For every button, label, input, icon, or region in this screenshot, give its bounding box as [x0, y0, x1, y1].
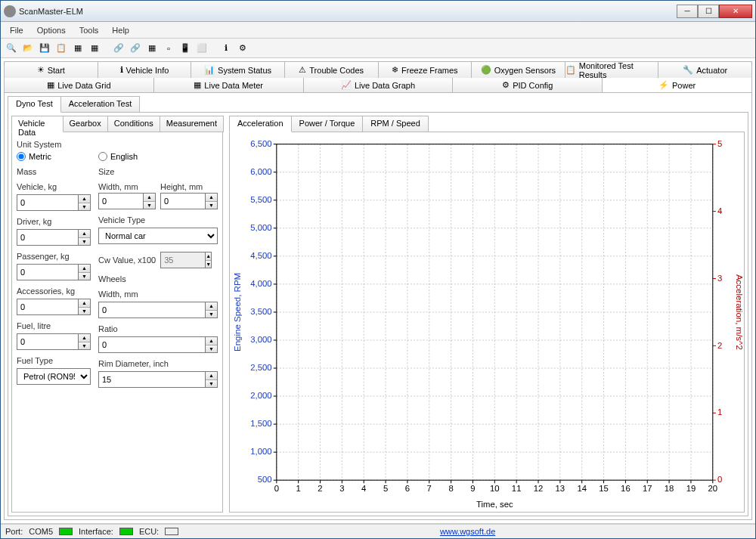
menubar: File Options Tools Help	[1, 22, 755, 39]
innertab-conditions[interactable]: Conditions	[107, 116, 160, 132]
toolbar-btn-11[interactable]: 📱	[178, 41, 193, 56]
fuel-litre-label: Fuel, litre	[17, 321, 91, 330]
vehicle-kg-spin[interactable]: ▲▼	[79, 194, 91, 211]
port-label: Port:	[5, 527, 23, 536]
rim-input[interactable]	[98, 371, 206, 388]
width-mm-label: Width, mm	[98, 182, 156, 191]
menu-tools[interactable]: Tools	[73, 24, 105, 36]
svg-text:4: 4	[361, 484, 367, 493]
tab-pid-config[interactable]: ⚙PID Config	[453, 78, 603, 92]
charttab-rpm-speed[interactable]: RPM / Speed	[362, 116, 428, 132]
rim-spin[interactable]: ▲▼	[206, 371, 218, 388]
metric-label: Metric	[29, 152, 51, 161]
fuel-litre-spin[interactable]: ▲▼	[79, 333, 91, 350]
tab-start[interactable]: ☀Start	[5, 62, 98, 78]
tab-system-status[interactable]: 📊System Status	[191, 62, 285, 78]
svg-text:4,000: 4,000	[250, 279, 271, 288]
status-icon: 📊	[204, 65, 215, 75]
tab-monitored[interactable]: 📋Monitored Test Results	[565, 62, 659, 78]
accessories-kg-spin[interactable]: ▲▼	[79, 299, 91, 315]
maximize-button[interactable]: ☐	[698, 5, 719, 18]
driver-kg-spin[interactable]: ▲▼	[79, 229, 91, 246]
tab-oxygen-sensors[interactable]: 🟢Oxygen Sensors	[472, 62, 565, 78]
height-mm-input[interactable]	[160, 193, 206, 209]
toolbar-btn-2[interactable]: 📂	[20, 41, 36, 56]
driver-kg-input[interactable]	[17, 229, 79, 246]
svg-text:6: 6	[405, 484, 410, 493]
fuel-type-select[interactable]: Petrol (RON95)	[17, 368, 91, 385]
wheel-width-spin[interactable]: ▲▼	[206, 302, 218, 318]
wheel-width-label: Width, mm	[98, 290, 218, 299]
ratio-input[interactable]	[98, 336, 206, 353]
results-icon: 📋	[565, 65, 576, 75]
tab-power[interactable]: ⚡Power	[603, 78, 751, 92]
toolbar-btn-1[interactable]: 🔍	[4, 41, 19, 56]
charttab-acceleration[interactable]: Acceleration	[229, 116, 292, 132]
toolbar-btn-6[interactable]: ▦	[87, 41, 102, 56]
svg-text:12: 12	[534, 484, 544, 493]
cw-value-spin[interactable]: ▲▼	[206, 252, 212, 268]
port-value: COM5	[29, 527, 53, 536]
port-led	[59, 528, 73, 535]
passenger-kg-input[interactable]	[17, 264, 79, 280]
chart-area: 012345678910111213141516171819205001,000…	[229, 132, 745, 513]
svg-text:4,500: 4,500	[250, 251, 271, 260]
toolbar-btn-8[interactable]: 🔗	[128, 41, 143, 56]
width-mm-input[interactable]	[98, 193, 144, 209]
warning-icon: ⚠	[299, 65, 306, 75]
toolbar-btn-10[interactable]: ▫	[161, 41, 176, 56]
menu-file[interactable]: File	[4, 24, 29, 36]
svg-text:14: 14	[577, 484, 587, 493]
passenger-kg-spin[interactable]: ▲▼	[79, 264, 91, 280]
svg-text:1,000: 1,000	[250, 447, 271, 456]
tab-live-grid[interactable]: ▦Live Data Grid	[5, 78, 154, 92]
driver-kg-label: Driver, kg	[17, 217, 91, 226]
wheel-width-input[interactable]	[98, 302, 206, 318]
svg-text:5: 5	[383, 484, 388, 493]
charttab-power-torque[interactable]: Power / Torque	[291, 116, 364, 132]
svg-text:20: 20	[708, 484, 717, 493]
innertab-measurement[interactable]: Measurement	[160, 116, 224, 132]
tab-live-meter[interactable]: ▦Live Data Meter	[154, 78, 304, 92]
svg-text:2: 2	[318, 484, 322, 493]
close-button[interactable]: ✕	[719, 5, 752, 18]
ratio-spin[interactable]: ▲▼	[206, 336, 218, 353]
minimize-button[interactable]: ─	[677, 5, 698, 18]
subtab-accel[interactable]: Acceleration Test	[60, 96, 141, 113]
innertab-gearbox[interactable]: Gearbox	[63, 116, 108, 132]
vehicle-type-select[interactable]: Normal car	[98, 228, 218, 244]
toolbar-btn-12[interactable]: ⬜	[194, 41, 209, 56]
toolbar-btn-4[interactable]: 📋	[54, 41, 69, 56]
toolbar-btn-9[interactable]: ▦	[144, 41, 160, 56]
toolbar-btn-13[interactable]: ℹ	[218, 41, 234, 56]
innertab-vehicle-data[interactable]: Vehicle Data	[11, 116, 64, 132]
menu-help[interactable]: Help	[106, 24, 135, 36]
subtab-dyno[interactable]: Dyno Test	[8, 96, 61, 113]
tab-vehicle-info[interactable]: ℹVehicle Info	[98, 62, 192, 78]
tab-live-graph[interactable]: 📈Live Data Graph	[304, 78, 454, 92]
fuel-litre-input[interactable]	[17, 333, 79, 350]
passenger-kg-label: Passenger, kg	[17, 252, 91, 261]
width-mm-spin[interactable]: ▲▼	[144, 193, 156, 209]
cw-value-input	[160, 252, 206, 268]
tab-freeze-frames[interactable]: ❄Freeze Frames	[379, 62, 472, 78]
unit-system-label: Unit System	[17, 140, 91, 149]
radio-english[interactable]	[98, 152, 107, 161]
toolbar-btn-7[interactable]: 🔗	[111, 41, 126, 56]
toolbar-btn-3[interactable]: 💾	[37, 41, 52, 56]
vehicle-type-label: Vehicle Type	[98, 215, 218, 225]
accessories-kg-input[interactable]	[17, 299, 79, 315]
footer-link[interactable]: www.wgsoft.de	[440, 527, 495, 536]
tab-actuator[interactable]: 🔧Actuator	[658, 62, 751, 78]
toolbar: 🔍 📂 💾 📋 ▦ ▦ 🔗 🔗 ▦ ▫ 📱 ⬜ ℹ ⚙	[1, 39, 755, 58]
svg-text:2,000: 2,000	[250, 391, 271, 400]
radio-metric[interactable]	[17, 152, 26, 161]
menu-options[interactable]: Options	[31, 24, 72, 36]
vehicle-kg-input[interactable]	[17, 194, 79, 211]
toolbar-btn-5[interactable]: ▦	[70, 41, 85, 56]
height-mm-spin[interactable]: ▲▼	[206, 193, 218, 209]
vehicle-innertabs: Vehicle Data Gearbox Conditions Measurem…	[11, 116, 223, 132]
toolbar-btn-14[interactable]: ⚙	[235, 41, 250, 56]
tab-trouble-codes[interactable]: ⚠Trouble Codes	[285, 62, 379, 78]
grid-icon: ▦	[47, 80, 54, 90]
